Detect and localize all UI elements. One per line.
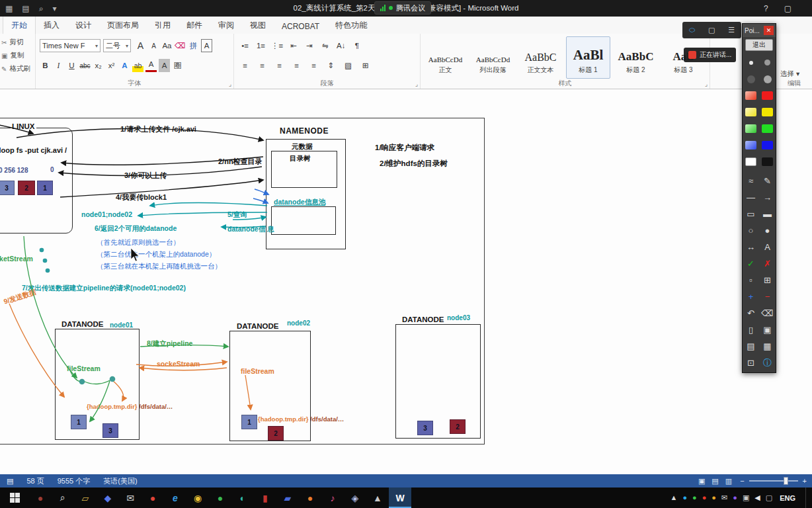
taskbar-app-icon[interactable]: ● bbox=[142, 487, 164, 508]
taskbar-app-icon[interactable]: ▰ bbox=[276, 487, 299, 508]
help-icon[interactable]: ? bbox=[764, 4, 768, 13]
taskbar-app-icon[interactable]: ● bbox=[29, 487, 52, 508]
pen-size-small[interactable] bbox=[749, 61, 753, 65]
ribbon-display-icon[interactable]: ▢ bbox=[784, 4, 792, 13]
font-name-select[interactable]: Times New F▾ bbox=[40, 39, 101, 52]
color-white[interactable] bbox=[745, 157, 756, 166]
trash-tool[interactable]: ⌫ bbox=[761, 308, 773, 318]
plus-tool[interactable]: + bbox=[749, 292, 754, 302]
align-right-button[interactable]: ≡ bbox=[274, 59, 285, 72]
printer-tool[interactable]: ▤ bbox=[747, 341, 754, 351]
new-page-tool[interactable]: ▯ bbox=[749, 325, 753, 335]
tray-icon[interactable]: ▣ bbox=[743, 493, 749, 502]
superscript-button[interactable]: x² bbox=[106, 59, 117, 72]
undo-tool[interactable]: ↶ bbox=[747, 308, 754, 318]
character-shading-button[interactable]: A bbox=[159, 59, 170, 72]
dialog-launcher-icon[interactable]: ⌟ bbox=[705, 81, 708, 87]
ribbon-tab[interactable]: 特色功能 bbox=[327, 17, 375, 34]
pen-size-medium[interactable] bbox=[764, 60, 770, 65]
select-button[interactable]: 选择 ▾ bbox=[780, 69, 799, 79]
color-green-light[interactable] bbox=[745, 124, 756, 133]
tray-mail-icon[interactable]: ✉ bbox=[721, 493, 727, 502]
bullets-button[interactable]: •≡ bbox=[239, 39, 251, 52]
meeting-menu-icon[interactable]: ☰ bbox=[728, 26, 735, 34]
ribbon-tab[interactable]: 开始 bbox=[3, 16, 36, 34]
close-icon[interactable]: ✕ bbox=[764, 26, 774, 35]
save-tool[interactable]: ▦ bbox=[763, 341, 771, 351]
taskbar-app-icon[interactable]: ◈ bbox=[344, 487, 366, 508]
tray-meeting-icon[interactable]: ● bbox=[682, 493, 687, 502]
read-mode-icon[interactable]: ▣ bbox=[698, 477, 705, 486]
format-painter-button[interactable]: ✎格式刷 bbox=[1, 64, 30, 73]
bold-button[interactable]: B bbox=[40, 59, 51, 72]
copy-button[interactable]: ▣复制 bbox=[1, 51, 30, 60]
cut-button[interactable]: ✂剪切 bbox=[1, 38, 30, 47]
tray-icon[interactable]: ● bbox=[711, 493, 716, 502]
pen-tool[interactable]: ✎ bbox=[764, 176, 771, 186]
dashed-rect-tool[interactable]: ▫ bbox=[749, 275, 752, 285]
dialog-launcher-icon[interactable]: ⌟ bbox=[415, 81, 418, 87]
ribbon-tab[interactable]: 页面布局 bbox=[99, 17, 147, 34]
sort-button[interactable]: A↓ bbox=[335, 39, 346, 52]
ribbon-tab[interactable]: 设计 bbox=[67, 17, 99, 34]
taskbar-app-icon[interactable]: ◉ bbox=[186, 487, 209, 508]
curve-tool[interactable]: ≈ bbox=[749, 176, 753, 186]
screenshot-tool[interactable]: ⊡ bbox=[747, 358, 754, 368]
ribbon-tab[interactable]: 插入 bbox=[36, 17, 67, 34]
cross-mark-tool[interactable]: ✗ bbox=[764, 259, 771, 269]
pen-size-large[interactable] bbox=[747, 75, 755, 83]
text-tool[interactable]: A bbox=[764, 242, 770, 252]
filled-ellipse-tool[interactable]: ● bbox=[765, 226, 770, 235]
taskbar-mail-icon[interactable]: ✉ bbox=[119, 487, 142, 508]
document-area[interactable]: LINUX hadoop fs -put cjk.avi / 0 256 128… bbox=[0, 89, 812, 474]
line-spacing-button[interactable]: ⇕ bbox=[325, 59, 337, 72]
grow-font-button[interactable]: A bbox=[135, 39, 146, 52]
show-marks-button[interactable]: ¶ bbox=[351, 39, 362, 52]
magnifier-tool[interactable]: ⊞ bbox=[764, 275, 771, 285]
page-count[interactable]: 58 页 bbox=[26, 476, 44, 486]
web-layout-icon[interactable]: ▥ bbox=[725, 477, 732, 486]
taskbar-app-icon[interactable]: ● bbox=[299, 487, 321, 508]
color-yellow[interactable] bbox=[762, 108, 773, 116]
taskbar-word-icon[interactable]: W bbox=[389, 487, 411, 508]
filled-rectangle-tool[interactable]: ▬ bbox=[763, 209, 772, 219]
exit-annotation-button[interactable]: 退出 bbox=[745, 39, 773, 51]
highlight-button[interactable]: ab bbox=[132, 59, 143, 72]
color-green[interactable] bbox=[762, 124, 773, 133]
input-language-button[interactable]: ENG bbox=[780, 494, 795, 502]
meeting-share-icon[interactable]: ⬭ bbox=[689, 26, 695, 34]
color-black[interactable] bbox=[762, 157, 773, 166]
rectangle-tool[interactable]: ▭ bbox=[747, 209, 754, 219]
tray-hidden-icons-icon[interactable]: ▲ bbox=[670, 493, 677, 502]
ribbon-tab[interactable]: 视图 bbox=[242, 17, 274, 34]
taskbar-browser-icon[interactable]: e bbox=[164, 487, 186, 508]
font-size-select[interactable]: 二号▾ bbox=[103, 39, 131, 52]
justify-button[interactable]: ≡ bbox=[291, 59, 302, 72]
arrow-tool[interactable]: → bbox=[763, 192, 772, 202]
正文文本[interactable]: AaBbC 正文文本 bbox=[518, 36, 563, 79]
taskbar-app-icon[interactable]: ♪ bbox=[321, 487, 344, 508]
shrink-font-button[interactable]: A bbox=[148, 39, 159, 52]
color-blue[interactable] bbox=[762, 141, 773, 149]
info-tool[interactable]: ⓘ bbox=[763, 357, 772, 369]
clear-formatting-button[interactable]: ⌫ bbox=[175, 39, 186, 52]
enclose-characters-button[interactable]: 圈 bbox=[172, 59, 183, 72]
taskbar-app-icon[interactable]: ▲ bbox=[366, 487, 389, 508]
character-border-button[interactable]: A bbox=[201, 39, 212, 52]
zoom-out-button[interactable]: − bbox=[740, 477, 744, 485]
color-yellow-light[interactable] bbox=[745, 108, 756, 116]
phonetic-guide-button[interactable]: 拼 bbox=[188, 39, 199, 52]
ellipse-tool[interactable]: ○ bbox=[749, 226, 754, 235]
word-count[interactable]: 9555 个字 bbox=[58, 476, 91, 486]
increase-indent-button[interactable]: ⇥ bbox=[304, 39, 315, 52]
subscript-button[interactable]: x₂ bbox=[93, 59, 104, 72]
borders-button[interactable]: ⊞ bbox=[360, 59, 371, 72]
ribbon-tab[interactable]: ACROBAT bbox=[274, 19, 327, 34]
列出段落[interactable]: AaBbCcDd 列出段落 bbox=[471, 36, 515, 79]
标题 1[interactable]: AaBl 标题 1 bbox=[566, 36, 610, 79]
underline-button[interactable]: U bbox=[66, 59, 77, 72]
align-center-button[interactable]: ≡ bbox=[257, 59, 268, 72]
asian-layout-button[interactable]: ⇋ bbox=[319, 39, 331, 52]
color-blue-light[interactable] bbox=[745, 141, 756, 149]
italic-button[interactable]: I bbox=[53, 59, 64, 72]
